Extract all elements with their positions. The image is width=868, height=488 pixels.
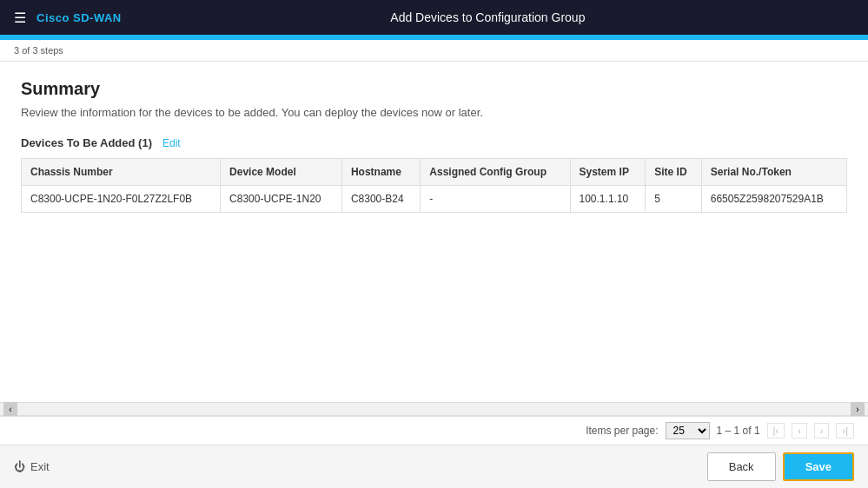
table-wrapper: Chassis Number Device Model Hostname Ass… bbox=[21, 158, 847, 213]
pagination-range: 1 – 1 of 1 bbox=[717, 425, 760, 437]
col-system-ip: System IP bbox=[570, 159, 646, 186]
brand-name: Cisco SD-WAN bbox=[36, 11, 122, 24]
devices-table: Chassis Number Device Model Hostname Ass… bbox=[21, 158, 847, 213]
exit-icon: ⏻ bbox=[14, 460, 25, 473]
pagination-first-button[interactable]: |‹ bbox=[767, 423, 785, 439]
scroll-left-button[interactable]: ‹ bbox=[3, 402, 17, 416]
steps-label: 3 of 3 steps bbox=[0, 40, 868, 62]
horizontal-scroll-bar[interactable]: ‹ › bbox=[0, 402, 868, 416]
cell-serial-token: 66505Z2598207529A1B bbox=[701, 186, 846, 213]
footer: ⏻ Exit Back Save bbox=[0, 445, 868, 488]
col-hostname: Hostname bbox=[341, 159, 420, 186]
items-per-page-label: Items per page: bbox=[586, 425, 658, 437]
section-header: Devices To Be Added (1) Edit bbox=[21, 136, 847, 149]
exit-label: Exit bbox=[30, 460, 50, 473]
cell-assigned-config: - bbox=[421, 186, 570, 213]
col-assigned-config: Assigned Config Group bbox=[421, 159, 570, 186]
cell-system-ip: 100.1.1.10 bbox=[570, 186, 646, 213]
table-header-row: Chassis Number Device Model Hostname Ass… bbox=[22, 159, 847, 186]
col-serial-token: Serial No./Token bbox=[701, 159, 846, 186]
header: ☰ Cisco SD-WAN Add Devices to Configurat… bbox=[0, 0, 868, 35]
cell-site-id: 5 bbox=[646, 186, 702, 213]
pagination-next-button[interactable]: › bbox=[814, 423, 830, 439]
pagination-prev-button[interactable]: ‹ bbox=[792, 423, 807, 439]
hamburger-icon[interactable]: ☰ bbox=[14, 10, 26, 26]
cell-hostname: C8300-B24 bbox=[341, 186, 420, 213]
edit-link[interactable]: Edit bbox=[162, 137, 181, 149]
main-content: Summary Review the information for the d… bbox=[0, 62, 868, 402]
pagination-last-button[interactable]: ›| bbox=[836, 423, 854, 439]
page-title: Add Devices to Configuration Group bbox=[122, 10, 854, 24]
items-per-page-select[interactable]: 25 50 100 bbox=[666, 422, 710, 439]
back-button[interactable]: Back bbox=[707, 452, 776, 481]
scroll-right-button[interactable]: › bbox=[851, 402, 865, 416]
col-chassis-number: Chassis Number bbox=[22, 159, 221, 186]
cell-device-model: C8300-UCPE-1N20 bbox=[221, 186, 342, 213]
summary-description: Review the information for the devices t… bbox=[21, 106, 847, 119]
col-device-model: Device Model bbox=[221, 159, 342, 186]
table-row: C8300-UCPE-1N20-F0L27Z2LF0B C8300-UCPE-1… bbox=[22, 186, 847, 213]
summary-title: Summary bbox=[21, 79, 847, 99]
cell-chassis-number: C8300-UCPE-1N20-F0L27Z2LF0B bbox=[22, 186, 221, 213]
save-button[interactable]: Save bbox=[783, 452, 854, 481]
col-site-id: Site ID bbox=[646, 159, 702, 186]
pagination-bar: Items per page: 25 50 100 1 – 1 of 1 |‹ … bbox=[0, 416, 868, 445]
exit-link[interactable]: ⏻ Exit bbox=[14, 460, 50, 473]
section-title: Devices To Be Added (1) bbox=[21, 136, 152, 149]
footer-actions: Back Save bbox=[707, 452, 854, 481]
